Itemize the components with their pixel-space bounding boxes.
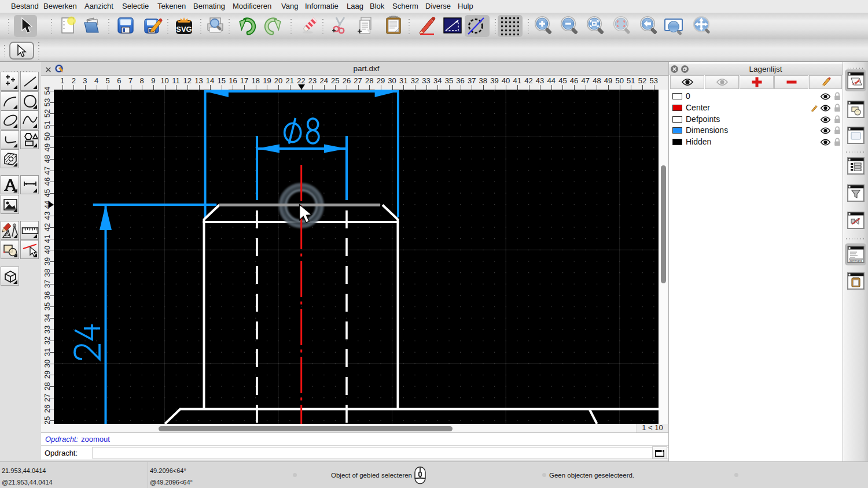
svg-text:command: command — [849, 259, 862, 263]
svg-text:SVG: SVG — [176, 25, 192, 34]
